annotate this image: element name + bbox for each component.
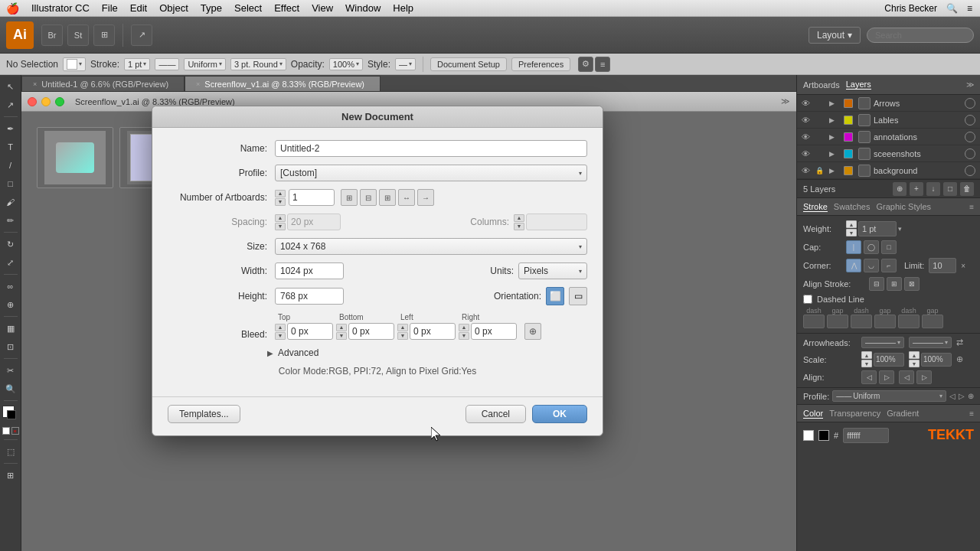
slice-tool[interactable]: ✂ [2,362,19,379]
tab-close-untitled[interactable]: × [33,80,37,88]
stroke-weight-dropdown[interactable]: 1 pt▾ [124,58,150,70]
fill-color-swatch[interactable] [803,430,814,441]
bleed-right-input[interactable] [471,323,517,340]
columns-up[interactable]: ▲ [514,214,524,222]
bleed-link-btn[interactable]: ⊕ [524,323,541,340]
stroke-style-dropdown[interactable]: —— [155,58,179,70]
layer-arrows[interactable]: 👁 ▶ Arrows [797,95,980,112]
link-scale-btn[interactable]: ⊕ [956,354,963,364]
layer-background-expand[interactable]: ▶ [829,167,838,174]
transparency-tab[interactable]: Transparency [829,409,880,418]
layer-background[interactable]: 👁 🔒 ▶ background [797,162,980,179]
window-min-btn[interactable] [41,97,51,106]
layer-screenshots-circle[interactable] [965,148,975,159]
artboards-input[interactable] [289,189,335,206]
menu-edit[interactable]: Edit [130,2,147,14]
window-close-btn[interactable] [28,97,37,106]
tab-screenflow[interactable]: × Screenflow_v1.ai @ 8.33% (RGB/Preview) [185,76,381,91]
menu-type[interactable]: Type [201,2,222,14]
artboards-stepper[interactable]: ▲ ▼ [275,190,286,206]
pencil-tool[interactable]: ✏ [2,212,19,229]
color-tab-main[interactable]: Color [803,409,823,419]
limit-input[interactable] [929,258,956,273]
advanced-row[interactable]: ▶ Advanced [168,347,587,358]
apple-menu[interactable]: 🍎 [6,2,19,15]
align-outside-btn[interactable]: ⊠ [904,277,920,291]
menu-view[interactable]: View [312,2,333,14]
select-tool[interactable]: ↖ [2,78,19,95]
layer-annotations-vis[interactable]: 👁 [802,132,812,142]
blend-tool[interactable]: ∞ [2,278,19,295]
profile-flip-btn[interactable]: ◁ [949,392,956,400]
column-graph-tool[interactable]: ▦ [2,320,19,337]
layers-tab[interactable]: Layers [846,80,871,90]
scale-end-down[interactable]: ▼ [909,360,920,367]
search-icon[interactable]: 🔍 [946,3,958,14]
window-max-btn[interactable] [55,97,64,106]
layer-background-vis[interactable]: 👁 [802,166,812,175]
scale-end-input[interactable] [921,353,952,367]
landscape-btn[interactable]: ▭ [569,287,587,305]
portrait-btn[interactable]: ⬜ [546,287,564,305]
align-right-btn[interactable]: ▷ [879,370,894,384]
bleed-top-stepper[interactable]: ▲ ▼ [275,324,286,340]
layer-annotations-expand[interactable]: ▶ [829,133,838,141]
bleed-left-stepper[interactable]: ▲ ▼ [397,324,408,340]
bleed-top-input[interactable] [287,323,333,340]
templates-button[interactable]: Templates... [168,405,240,423]
weight-stepper[interactable]: ▲ ▼ [846,220,857,236]
scale-end-stepper[interactable]: ▲ ▼ [909,351,920,367]
bleed-bottom-stepper[interactable]: ▲ ▼ [336,324,347,340]
create-sublayer-btn[interactable]: + [910,182,923,196]
arrange-icon[interactable]: ↔ [398,189,415,206]
rotate-tool[interactable]: ↻ [2,236,19,253]
layer-annotations[interactable]: 👁 ▶ annotations [797,129,980,145]
bleed-bottom-input[interactable] [348,323,394,340]
corner-miter-btn[interactable]: ⋀ [846,259,861,272]
align-right2-btn[interactable]: ▷ [916,370,932,384]
layer-arrows-circle[interactable] [965,98,975,109]
draw-mode[interactable]: ⬚ [2,443,19,460]
preferences-button[interactable]: Preferences [511,57,570,71]
layer-arrows-expand[interactable]: ▶ [829,99,838,107]
scale-tool[interactable]: ⤢ [2,254,19,271]
paintbrush-tool[interactable]: 🖌 [2,194,19,210]
layer-lables[interactable]: 👁 ▶ Lables [797,112,980,129]
delete-layer-btn[interactable]: 🗑 [960,182,974,196]
weight-down[interactable]: ▼ [846,229,857,236]
controls-icon[interactable]: ≡ [967,3,972,14]
units-select[interactable]: Pixels ▾ [518,262,587,279]
color-panel-options[interactable]: ≡ [969,409,974,418]
dashed-checkbox[interactable] [803,295,812,304]
layer-background-lock[interactable]: 🔒 [815,167,826,174]
stock-icon[interactable]: St [67,24,89,46]
artboards-tab[interactable]: Artboards [803,80,840,90]
layer-lables-circle[interactable] [965,115,975,126]
height-input[interactable] [275,288,344,305]
artboards-down[interactable]: ▼ [275,198,286,206]
opacity-dropdown[interactable]: 100%▾ [329,58,363,70]
layer-annotations-circle[interactable] [965,132,975,142]
limit-x-btn[interactable]: × [961,262,965,270]
bleed-right-stepper[interactable]: ▲ ▼ [459,324,469,340]
row-icon[interactable]: ⊟ [360,189,377,206]
profile-flip2-btn[interactable]: ▷ [959,392,965,400]
stroke-panel-options[interactable]: ≡ [969,203,974,211]
panel-collapse-btn[interactable]: ≫ [781,96,790,106]
col-icon[interactable]: ⊞ [379,189,396,206]
artboards-up[interactable]: ▲ [275,190,286,197]
width-input[interactable] [275,262,344,279]
columns-down[interactable]: ▼ [514,223,524,230]
layer-screenshots-expand[interactable]: ▶ [829,150,838,158]
right-icon[interactable]: → [417,189,434,206]
cancel-button[interactable]: Cancel [466,405,526,423]
align-left-btn[interactable]: ◁ [861,370,877,384]
layer-background-circle[interactable] [965,165,975,176]
scale-start-input[interactable] [874,353,904,367]
screen-mode[interactable]: ⊞ [2,467,19,484]
layer-arrows-vis[interactable]: 👁 [802,99,812,108]
style-dropdown[interactable]: —▾ [395,58,416,70]
menu-object[interactable]: Object [159,2,188,14]
scale-start-stepper[interactable]: ▲ ▼ [861,351,872,367]
stroke-tab[interactable]: Stroke [803,202,828,212]
